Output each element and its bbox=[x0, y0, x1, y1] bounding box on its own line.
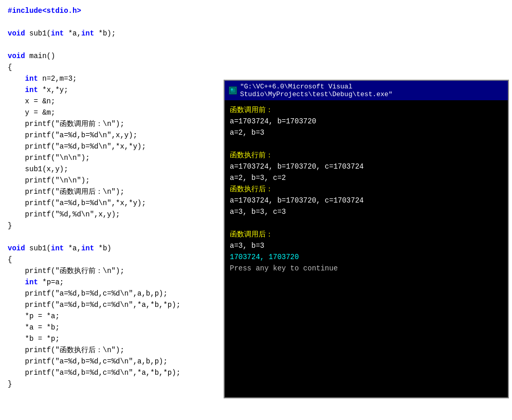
console-line-13: a=3, b=3 bbox=[230, 240, 503, 251]
console-line-6: a=1703724, b=1703720, c=1703724 bbox=[230, 161, 503, 172]
code-line-6: { bbox=[8, 62, 504, 73]
console-line-2: a=1703724, b=1703720 bbox=[230, 116, 503, 127]
console-line-11-blank bbox=[230, 217, 503, 229]
console-line-1: 函数调用前： bbox=[230, 104, 503, 116]
svg-rect-1 bbox=[231, 88, 233, 90]
code-line-1: #include<stdio.h> bbox=[8, 5, 504, 16]
console-line-8: 函数执行后： bbox=[230, 184, 503, 195]
code-line-4 bbox=[8, 39, 504, 50]
console-line-9: a=1703724, b=1703720, c=1703724 bbox=[230, 195, 503, 206]
console-body: 函数调用前： a=1703724, b=1703720 a=2, b=3 函数执… bbox=[225, 100, 508, 397]
console-line-7: a=2, b=3, c=2 bbox=[230, 172, 503, 184]
console-line-10: a=3, b=3, c=3 bbox=[230, 206, 503, 217]
console-line-14: 1703724, 1703720 bbox=[230, 251, 503, 263]
console-line-15: Press any key to continue bbox=[230, 263, 503, 274]
console-line-4-blank bbox=[230, 138, 503, 150]
console-window: "G:\VC++6.0\Microsoft Visual Studio\MyPr… bbox=[224, 80, 509, 398]
console-title-text: "G:\VC++6.0\Microsoft Visual Studio\MyPr… bbox=[240, 83, 504, 98]
console-line-5: 函数执行前： bbox=[230, 150, 503, 161]
console-app-icon bbox=[229, 86, 237, 95]
console-titlebar: "G:\VC++6.0\Microsoft Visual Studio\MyPr… bbox=[225, 81, 508, 100]
code-line-3: void sub1(int *a,int *b); bbox=[8, 28, 504, 39]
code-line-2 bbox=[8, 16, 504, 28]
console-line-3: a=2, b=3 bbox=[230, 127, 503, 138]
console-line-12: 函数调用后： bbox=[230, 229, 503, 240]
code-line-5: void main() bbox=[8, 50, 504, 62]
